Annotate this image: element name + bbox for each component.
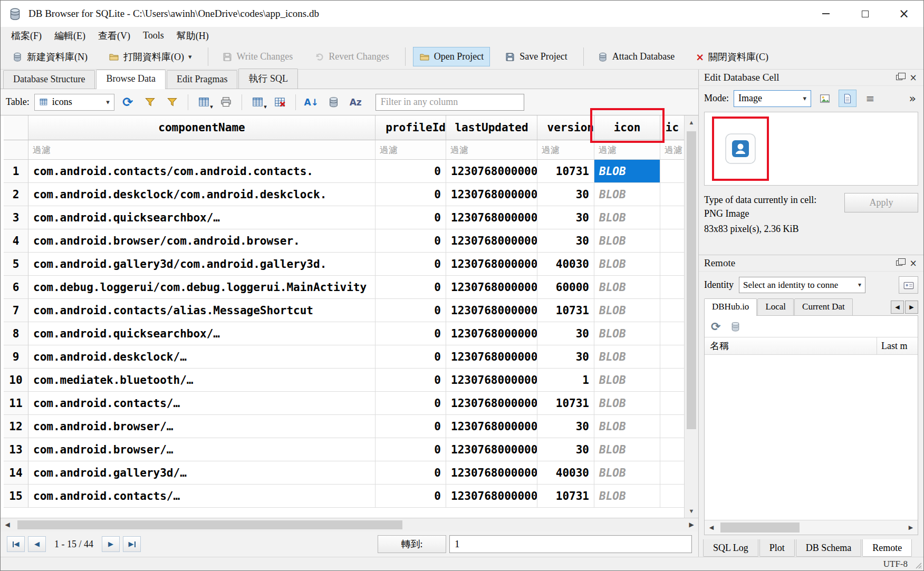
next-record-button[interactable]: ▶ — [102, 536, 120, 552]
table-row[interactable]: 1 com.android.contacts/com.android.conta… — [4, 160, 684, 183]
table-row[interactable]: 9 com.android.deskclock/… 0 123076800000… — [4, 345, 684, 369]
cell-profileId[interactable]: 0 — [376, 299, 446, 322]
apply-button[interactable]: Apply — [844, 193, 918, 212]
float-remote-button[interactable] — [892, 257, 906, 270]
menu-edit[interactable]: 編輯(E) — [48, 28, 92, 44]
cell-profileId[interactable]: 0 — [376, 369, 446, 392]
cell-componentName[interactable]: com.android.contacts/… — [28, 392, 376, 415]
dock-tab-sql-log[interactable]: SQL Log — [703, 539, 758, 557]
remote-tab-local[interactable]: Local — [757, 298, 794, 315]
encoding-indicator[interactable]: UTF-8 — [883, 559, 908, 569]
row-number[interactable]: 14 — [4, 461, 28, 485]
row-number[interactable]: 2 — [4, 183, 28, 206]
table-row[interactable]: 11 com.android.contacts/… 0 123076800000… — [4, 392, 684, 415]
cell-profileId[interactable]: 0 — [376, 206, 446, 229]
open-project-button[interactable]: Open Project — [413, 47, 490, 66]
cell-icon[interactable]: BLOB — [594, 485, 660, 508]
column-header-lastUpdated[interactable]: lastUpdated — [446, 115, 537, 140]
open-database-caret-icon[interactable]: ▾ — [188, 53, 192, 61]
scroll-down-icon[interactable]: ▼ — [685, 504, 698, 518]
dock-tab-plot[interactable]: Plot — [759, 539, 795, 557]
cell-componentName[interactable]: com.android.gallery3d/… — [28, 461, 376, 485]
cell-version[interactable]: 40030 — [537, 253, 594, 276]
row-number[interactable]: 1 — [4, 160, 28, 183]
cell-profileId[interactable]: 0 — [376, 438, 446, 461]
maximize-button[interactable] — [845, 1, 884, 27]
column-header-version[interactable]: version — [537, 115, 594, 140]
cell-profileId[interactable]: 0 — [376, 392, 446, 415]
insert-record-button[interactable]: ▾ — [195, 93, 213, 111]
cell-partial[interactable] — [660, 415, 684, 438]
filter-componentName[interactable]: 過濾 — [28, 140, 376, 160]
close-panel-button[interactable]: × — [906, 71, 920, 84]
scroll-left-icon[interactable]: ◀ — [1, 518, 14, 531]
cell-partial[interactable] — [660, 345, 684, 369]
identity-select[interactable]: Select an identity to conne ▾ — [739, 277, 865, 293]
mode-select[interactable]: Image ▾ — [734, 90, 811, 107]
tab-edit-pragmas[interactable]: Edit Pragmas — [167, 70, 238, 89]
corner-header[interactable] — [4, 115, 28, 140]
row-number[interactable]: 11 — [4, 392, 28, 415]
cell-partial[interactable] — [660, 206, 684, 229]
cell-componentName[interactable]: com.android.contacts/alias.MessageShortc… — [28, 299, 376, 322]
overflow-chevrons-icon[interactable]: » — [909, 92, 918, 105]
cell-lastUpdated[interactable]: 1230768000000 — [446, 183, 537, 206]
close-button[interactable]: × — [884, 1, 923, 27]
cell-componentName[interactable]: com.android.quicksearchbox/… — [28, 206, 376, 229]
cell-icon[interactable]: BLOB — [594, 183, 660, 206]
table-select[interactable]: icons ▾ — [34, 94, 114, 111]
cell-profileId[interactable]: 0 — [376, 345, 446, 369]
cell-componentName[interactable]: com.android.gallery3d/com.android.galler… — [28, 253, 376, 276]
filter-partial[interactable]: 過濾 — [660, 140, 684, 160]
cell-version[interactable]: 30 — [537, 322, 594, 345]
table-row[interactable]: 4 com.android.browser/com.android.browse… — [4, 229, 684, 253]
cell-lastUpdated[interactable]: 1230768000000 — [446, 369, 537, 392]
cell-version[interactable]: 30 — [537, 438, 594, 461]
table-row[interactable]: 10 com.mediatek.bluetooth/… 0 1230768000… — [4, 369, 684, 392]
cell-lastUpdated[interactable]: 1230768000000 — [446, 160, 537, 183]
cell-partial[interactable] — [660, 392, 684, 415]
goto-button[interactable]: 轉到: — [378, 535, 446, 553]
remote-horizontal-scrollbar[interactable]: ◀ ▶ — [705, 520, 918, 535]
print-button[interactable] — [217, 93, 235, 111]
dock-tab-remote[interactable]: Remote — [862, 539, 912, 557]
tab-execute-sql[interactable]: 執行 SQL — [238, 69, 298, 89]
row-number[interactable]: 9 — [4, 345, 28, 369]
cell-profileId[interactable]: 0 — [376, 461, 446, 485]
cell-profileId[interactable]: 0 — [376, 229, 446, 253]
save-project-button[interactable]: Save Project — [498, 47, 573, 66]
write-changes-button[interactable]: Write Changes — [216, 47, 300, 66]
export-records-button[interactable]: ▾ — [249, 93, 266, 111]
cell-partial[interactable] — [660, 485, 684, 508]
cell-lastUpdated[interactable]: 1230768000000 — [446, 461, 537, 485]
table-row[interactable]: 3 com.android.quicksearchbox/… 0 1230768… — [4, 206, 684, 229]
cell-icon[interactable]: BLOB — [594, 461, 660, 485]
database-encoding-button[interactable] — [325, 93, 342, 111]
table-row[interactable]: 6 com.debug.loggerui/com.debug.loggerui.… — [4, 276, 684, 299]
column-header-icon[interactable]: icon — [594, 115, 660, 140]
save-filter-button[interactable] — [163, 93, 181, 111]
cell-icon[interactable]: BLOB — [594, 369, 660, 392]
tab-database-structure[interactable]: Database Structure — [3, 70, 95, 89]
resize-grip[interactable] — [915, 562, 922, 569]
cell-version[interactable]: 10731 — [537, 392, 594, 415]
column-header-partial[interactable]: ic — [660, 115, 684, 140]
table-row[interactable]: 8 com.android.quicksearchbox/… 0 1230768… — [4, 322, 684, 345]
cell-icon[interactable]: BLOB — [594, 160, 660, 183]
row-number[interactable]: 8 — [4, 322, 28, 345]
cell-icon[interactable]: BLOB — [594, 415, 660, 438]
cell-lastUpdated[interactable]: 1230768000000 — [446, 276, 537, 299]
filter-az-button[interactable]: Az — [347, 93, 364, 111]
cell-profileId[interactable]: 0 — [376, 253, 446, 276]
cell-componentName[interactable]: com.android.deskclock/… — [28, 345, 376, 369]
cell-componentName[interactable]: com.android.browser/com.android.browser. — [28, 229, 376, 253]
row-number[interactable]: 5 — [4, 253, 28, 276]
vertical-scrollbar[interactable]: ▲ ▼ — [684, 115, 698, 518]
table-row[interactable]: 13 com.android.browser/… 0 1230768000000… — [4, 438, 684, 461]
clear-filters-button[interactable] — [141, 93, 159, 111]
remote-scroll-left-icon[interactable]: ◀ — [705, 520, 718, 535]
table-row[interactable]: 12 com.android.browser/… 0 1230768000000… — [4, 415, 684, 438]
cell-version[interactable]: 30 — [537, 345, 594, 369]
word-wrap-button[interactable]: ≡ — [861, 90, 879, 107]
cell-icon[interactable]: BLOB — [594, 206, 660, 229]
